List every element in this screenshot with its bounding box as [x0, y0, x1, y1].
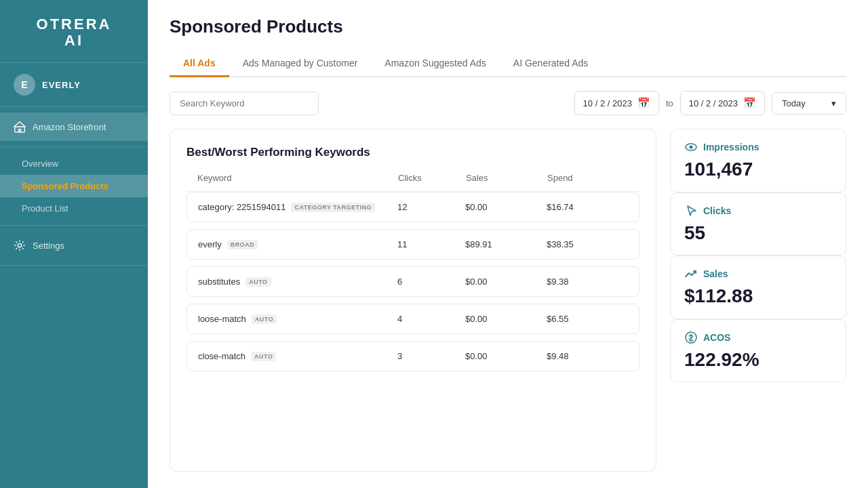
table-row[interactable]: category: 2251594011 CATEGORY TARGETING …	[186, 192, 639, 222]
main-header: Sponsored Products All Ads Ads Managed b…	[148, 0, 868, 77]
date-from-value: 10 / 2 / 2023	[583, 98, 632, 108]
stat-value: 55	[684, 222, 832, 245]
date-to-value: 10 / 2 / 2023	[689, 98, 738, 108]
content-area: Best/Worst Performing Keywords Keyword C…	[148, 129, 868, 488]
main-content: Sponsored Products All Ads Ads Managed b…	[148, 0, 868, 488]
calendar-from-icon: 📅	[637, 97, 650, 109]
tab-ads-managed[interactable]: Ads Managed by Customer	[229, 51, 372, 77]
sales-cell: $0.00	[465, 202, 547, 212]
stat-cards: Impressions 101,467 Clicks 55 Sales $112…	[670, 129, 846, 382]
keyword-name-cell: close-match AUTO	[198, 351, 397, 361]
clicks-cell: 4	[397, 314, 465, 324]
col-spend: Spend	[547, 173, 629, 183]
sidebar-item-sponsored-products[interactable]: Sponsored Products	[0, 175, 148, 197]
search-wrapper	[170, 92, 319, 115]
clicks-cell: 12	[397, 202, 465, 212]
sales-cell: $0.00	[465, 277, 547, 287]
table-header: Keyword Clicks Sales Spend	[186, 173, 639, 192]
keyword-badge: AUTO	[252, 314, 277, 324]
panel-title: Best/Worst Performing Keywords	[186, 146, 639, 159]
clicks-cell: 3	[397, 351, 465, 361]
stat-label: Sales	[703, 268, 728, 279]
date-from-input[interactable]: 10 / 2 / 2023 📅	[574, 91, 659, 115]
keyword-text: close-match	[198, 351, 245, 361]
keyword-text: substitutes	[198, 277, 240, 287]
spend-cell: $16.74	[547, 202, 628, 212]
stats-panel: Impressions 101,467 Clicks 55 Sales $112…	[670, 129, 846, 472]
col-clicks: Clicks	[398, 173, 466, 183]
stat-label-row: Clicks	[684, 204, 832, 218]
user-name: EVERLY	[42, 80, 81, 90]
avatar: E	[14, 74, 35, 96]
col-sales: Sales	[466, 173, 547, 183]
sidebar-section-settings: Settings	[0, 226, 148, 266]
keyword-name-cell: loose-match AUTO	[198, 314, 397, 324]
store-icon	[14, 121, 26, 133]
keyword-name-cell: substitutes AUTO	[198, 277, 397, 287]
stat-value: $112.88	[684, 285, 832, 308]
sales-cell: $0.00	[465, 314, 547, 324]
dollar-icon	[684, 331, 698, 344]
spend-cell: $9.38	[547, 277, 628, 287]
svg-rect-1	[18, 129, 21, 132]
sidebar-item-product-list[interactable]: Product List	[0, 197, 148, 220]
keyword-text: everly	[198, 239, 222, 249]
date-to-input[interactable]: 10 / 2 / 2023 📅	[680, 91, 765, 115]
keyword-name-cell: everly BROAD	[198, 239, 397, 249]
tabs-nav: All Ads Ads Managed by Customer Amazon S…	[170, 51, 846, 77]
stat-card-clicks: Clicks 55	[670, 192, 846, 256]
sidebar-section-main: Amazon Storefront	[0, 107, 148, 147]
date-range: 10 / 2 / 2023 📅 to 10 / 2 / 2023 📅 Today…	[574, 91, 846, 115]
keyword-badge: CATEGORY TARGETING	[291, 203, 375, 212]
spend-cell: $38.35	[547, 239, 628, 249]
table-row[interactable]: substitutes AUTO 6 $0.00 $9.38	[186, 266, 639, 297]
stat-label: Clicks	[703, 205, 731, 216]
stat-value: 122.92%	[684, 348, 832, 371]
keyword-badge: AUTO	[251, 352, 276, 361]
table-row[interactable]: close-match AUTO 3 $0.00 $9.48	[186, 341, 639, 371]
sidebar-item-amazon-storefront[interactable]: Amazon Storefront	[0, 113, 148, 141]
keyword-name-cell: category: 2251594011 CATEGORY TARGETING	[198, 202, 397, 212]
keyword-badge: BROAD	[227, 240, 258, 249]
svg-point-2	[18, 244, 21, 247]
trend-icon	[684, 267, 698, 281]
date-preset-select[interactable]: Today ▾	[772, 92, 846, 115]
stat-label-row: ACOS	[684, 331, 832, 344]
stat-value: 101,467	[684, 158, 832, 181]
keyword-badge: AUTO	[245, 277, 271, 287]
date-preset-value: Today	[782, 98, 806, 108]
sidebar-item-label: Amazon Storefront	[33, 122, 106, 132]
keyword-text: category: 2251594011	[198, 202, 285, 212]
filter-bar: 10 / 2 / 2023 📅 to 10 / 2 / 2023 📅 Today…	[148, 77, 868, 129]
sidebar: OTRERA AI E EVERLY Amazon Storefront Ove…	[0, 0, 148, 488]
table-row[interactable]: loose-match AUTO 4 $0.00 $6.55	[186, 304, 639, 334]
clicks-cell: 11	[397, 239, 465, 249]
sales-cell: $89.91	[465, 239, 547, 249]
search-input[interactable]	[170, 92, 319, 115]
calendar-to-icon: 📅	[743, 97, 756, 109]
logo-text: OTRERA AI	[14, 16, 134, 49]
app-logo: OTRERA AI	[0, 0, 148, 63]
stat-card-impressions: Impressions 101,467	[670, 129, 846, 192]
tab-all-ads[interactable]: All Ads	[170, 51, 229, 77]
stat-label: ACOS	[703, 332, 730, 343]
table-row[interactable]: everly BROAD 11 $89.91 $38.35	[186, 229, 639, 260]
stat-label-row: Impressions	[684, 140, 832, 154]
sidebar-item-overview[interactable]: Overview	[0, 152, 148, 175]
spend-cell: $9.48	[547, 351, 628, 361]
spend-cell: $6.55	[547, 314, 628, 324]
sidebar-section-sub: Overview Sponsored Products Product List	[0, 147, 148, 226]
keyword-rows: category: 2251594011 CATEGORY TARGETING …	[186, 192, 639, 371]
tab-amazon-suggested[interactable]: Amazon Suggested Ads	[371, 51, 499, 77]
stat-label: Impressions	[703, 142, 759, 152]
date-separator: to	[666, 98, 673, 108]
page-title: Sponsored Products	[170, 16, 846, 37]
sidebar-item-settings[interactable]: Settings	[0, 231, 148, 260]
stat-card-sales: Sales $112.88	[670, 256, 846, 319]
stat-card-acos: ACOS 122.92%	[670, 319, 846, 383]
user-profile[interactable]: E EVERLY	[0, 63, 148, 107]
sales-cell: $0.00	[465, 351, 547, 361]
keyword-text: loose-match	[198, 314, 246, 324]
tab-ai-generated[interactable]: AI Generated Ads	[500, 51, 602, 77]
clicks-cell: 6	[397, 277, 465, 287]
